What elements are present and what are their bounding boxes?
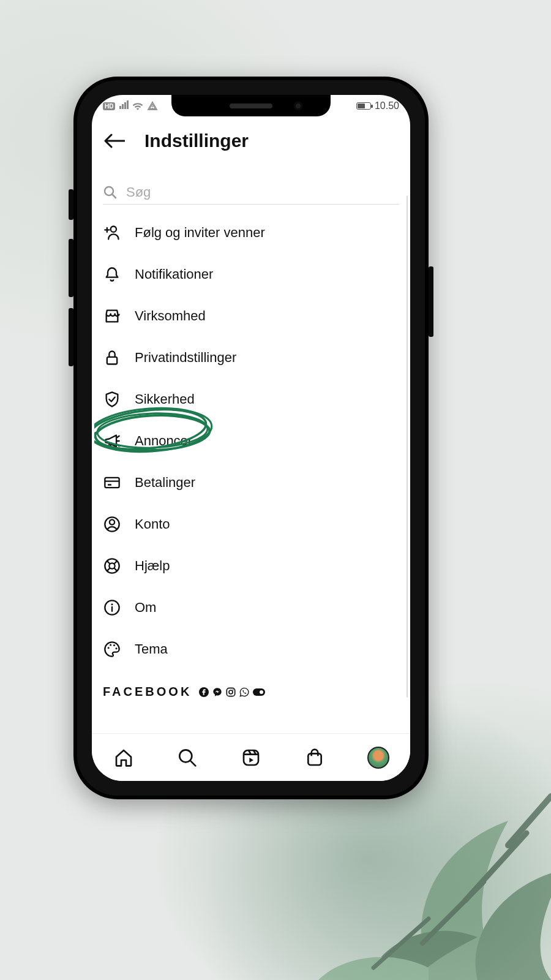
search-icon bbox=[103, 185, 118, 200]
svg-point-13 bbox=[110, 644, 111, 646]
nav-search-button[interactable] bbox=[174, 744, 201, 771]
hd-badge: HD bbox=[103, 102, 115, 110]
svg-point-22 bbox=[233, 689, 234, 690]
person-plus-icon bbox=[103, 224, 121, 242]
scrollbar-indicator bbox=[407, 195, 408, 698]
svg-rect-20 bbox=[227, 688, 235, 696]
svg-rect-25 bbox=[308, 753, 321, 765]
facebook-app-icons bbox=[199, 687, 265, 697]
settings-item-about[interactable]: Om bbox=[103, 587, 399, 628]
lock-icon bbox=[103, 349, 121, 367]
item-label: Tema bbox=[135, 641, 168, 657]
clock-text: 10.50 bbox=[375, 100, 399, 111]
item-label: Virksomhed bbox=[135, 308, 206, 324]
card-icon bbox=[103, 473, 121, 492]
home-icon bbox=[114, 748, 133, 767]
settings-item-notifications[interactable]: Notifikationer bbox=[103, 254, 399, 295]
profile-avatar bbox=[367, 747, 389, 769]
facebook-brand-row: FACEBOOK bbox=[97, 670, 405, 703]
svg-rect-1 bbox=[152, 108, 153, 108]
svg-rect-24 bbox=[244, 750, 258, 765]
facebook-icon bbox=[199, 687, 209, 697]
shop-icon bbox=[305, 748, 324, 767]
oculus-icon bbox=[253, 688, 265, 696]
info-icon bbox=[103, 598, 121, 617]
settings-item-security[interactable]: Sikkerhed bbox=[103, 379, 399, 420]
settings-item-theme[interactable]: Tema bbox=[103, 628, 399, 670]
svg-point-3 bbox=[111, 227, 116, 232]
settings-item-privacy[interactable]: Privatindstillinger bbox=[103, 337, 399, 379]
svg-point-21 bbox=[229, 690, 233, 694]
item-label: Om bbox=[135, 600, 156, 616]
item-label: Hjælp bbox=[135, 558, 170, 574]
svg-point-23 bbox=[179, 750, 192, 762]
mute-switch bbox=[69, 189, 73, 220]
svg-point-8 bbox=[105, 559, 119, 573]
page-header: Indstillinger bbox=[97, 115, 405, 165]
item-label: Betalinger bbox=[135, 475, 195, 491]
back-button[interactable] bbox=[103, 129, 126, 153]
settings-item-invite[interactable]: Følg og inviter venner bbox=[103, 212, 399, 254]
lifebuoy-icon bbox=[103, 557, 121, 575]
search-icon bbox=[178, 748, 197, 767]
item-label: Følg og inviter venner bbox=[135, 225, 265, 241]
item-label: Notifikationer bbox=[135, 266, 213, 282]
settings-list: Følg og inviter venner Notifikationer Vi… bbox=[97, 205, 405, 670]
settings-item-payments[interactable]: Betalinger bbox=[103, 462, 399, 503]
display-notch bbox=[171, 95, 331, 116]
battery-icon bbox=[356, 102, 371, 110]
item-label: Sikkerhed bbox=[135, 391, 195, 407]
svg-rect-0 bbox=[152, 105, 153, 107]
svg-rect-5 bbox=[105, 478, 119, 488]
search-row[interactable] bbox=[103, 184, 399, 205]
search-input[interactable] bbox=[126, 184, 399, 200]
svg-point-7 bbox=[110, 519, 114, 524]
nav-home-button[interactable] bbox=[110, 744, 137, 771]
item-label: Annoncer bbox=[135, 433, 192, 449]
item-label: Konto bbox=[135, 516, 170, 532]
svg-point-14 bbox=[113, 644, 115, 646]
arrow-left-icon bbox=[104, 134, 125, 148]
instagram-icon bbox=[226, 687, 236, 697]
bell-icon bbox=[103, 265, 121, 284]
settings-item-business[interactable]: Virksomhed bbox=[103, 295, 399, 337]
settings-item-account[interactable]: Konto bbox=[103, 503, 399, 545]
warning-icon bbox=[147, 101, 158, 111]
page-title: Indstillinger bbox=[144, 130, 249, 151]
front-camera bbox=[294, 102, 302, 110]
phone-frame: HD 10.50 Indstillinger bbox=[73, 77, 429, 799]
whatsapp-icon bbox=[239, 687, 249, 697]
facebook-wordmark: FACEBOOK bbox=[103, 685, 192, 699]
earpiece-speaker bbox=[230, 104, 272, 108]
item-label: Privatindstillinger bbox=[135, 350, 236, 366]
bottom-nav bbox=[92, 733, 410, 781]
palette-icon bbox=[103, 640, 121, 658]
shield-check-icon bbox=[103, 390, 121, 409]
volume-up-button bbox=[69, 239, 73, 297]
power-button bbox=[429, 266, 433, 337]
svg-rect-4 bbox=[107, 357, 117, 364]
nav-shop-button[interactable] bbox=[301, 744, 328, 771]
megaphone-icon bbox=[103, 432, 121, 450]
nav-profile-button[interactable] bbox=[365, 744, 392, 771]
volume-down-button bbox=[69, 308, 73, 366]
svg-point-15 bbox=[115, 647, 117, 649]
settings-item-help[interactable]: Hjælp bbox=[103, 545, 399, 587]
storefront-icon bbox=[103, 307, 121, 325]
reels-icon bbox=[241, 748, 261, 767]
nav-reels-button[interactable] bbox=[238, 744, 264, 771]
phone-screen: HD 10.50 Indstillinger bbox=[92, 95, 410, 781]
svg-point-11 bbox=[111, 603, 113, 605]
svg-point-12 bbox=[108, 647, 110, 649]
wifi-icon bbox=[132, 102, 143, 110]
settings-item-ads[interactable]: Annoncer bbox=[103, 420, 399, 462]
svg-point-9 bbox=[109, 563, 114, 568]
user-circle-icon bbox=[103, 515, 121, 533]
cell-signal-icon bbox=[119, 100, 129, 111]
messenger-icon bbox=[212, 687, 222, 697]
